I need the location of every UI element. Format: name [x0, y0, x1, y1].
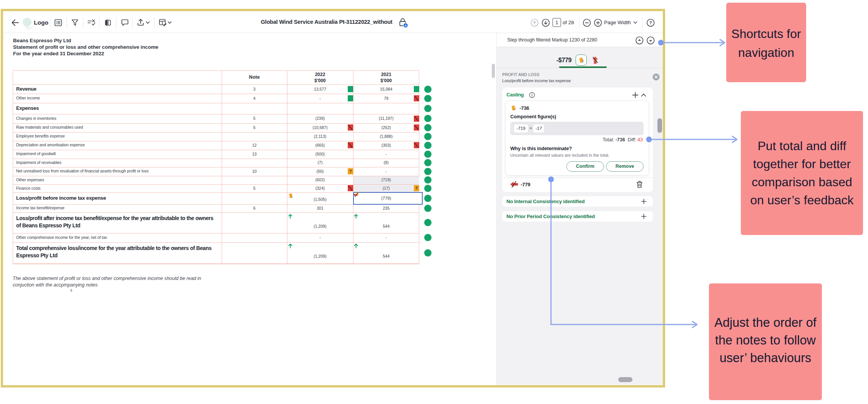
- svg-text:?: ?: [291, 196, 292, 199]
- svg-text:?: ?: [514, 108, 516, 111]
- svg-text:?: ?: [349, 169, 352, 174]
- svg-text:?: ?: [415, 186, 418, 190]
- svg-text:?: ?: [649, 20, 652, 25]
- svg-text:?: ?: [582, 60, 584, 63]
- svg-text:A: A: [405, 24, 407, 27]
